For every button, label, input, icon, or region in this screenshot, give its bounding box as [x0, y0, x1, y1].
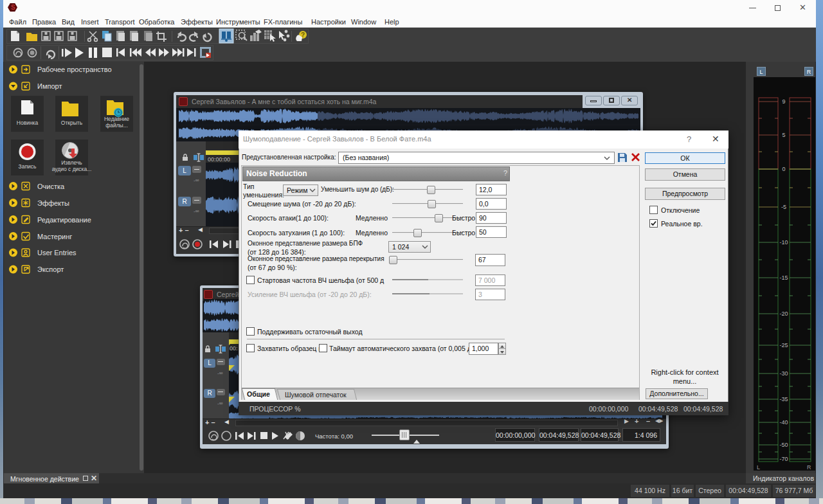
svg-text:Извлечь: Извлечь: [61, 159, 82, 166]
svg-text:-35: -35: [779, 396, 788, 402]
svg-text:аудио с диска...: аудио с диска...: [52, 166, 92, 172]
svg-text:Эффекты: Эффекты: [37, 199, 69, 207]
svg-text:-20: -20: [779, 310, 788, 317]
svg-text:Импорт: Импорт: [37, 82, 62, 90]
svg-text:-10: -10: [779, 239, 788, 246]
svg-text:-30: -30: [779, 370, 788, 377]
svg-text:-40: -40: [779, 419, 788, 426]
svg-text:-25: -25: [779, 342, 788, 348]
svg-text:-15: -15: [779, 274, 788, 281]
svg-text:Экспорт: Экспорт: [37, 266, 64, 273]
svg-text:файлы...: файлы...: [105, 122, 128, 129]
svg-text:9: 9: [782, 98, 785, 105]
svg-text:Новинка: Новинка: [17, 120, 39, 126]
svg-text:Рабочее пространство: Рабочее пространство: [37, 66, 112, 73]
svg-text:Мастеринг: Мастеринг: [37, 233, 72, 240]
svg-text:-70: -70: [779, 456, 788, 462]
svg-text:0: 0: [782, 166, 785, 172]
svg-text:User Entries: User Entries: [37, 249, 77, 256]
svg-text:Очистка: Очистка: [37, 183, 65, 190]
svg-text:5: 5: [782, 132, 785, 138]
svg-text:Открыть: Открыть: [61, 120, 83, 126]
svg-text:Запись: Запись: [19, 163, 37, 170]
svg-text:-5: -5: [781, 204, 786, 210]
svg-text:Недавние: Недавние: [104, 116, 129, 122]
svg-text:Редактирование: Редактирование: [37, 216, 91, 224]
svg-text:-50: -50: [779, 442, 788, 448]
